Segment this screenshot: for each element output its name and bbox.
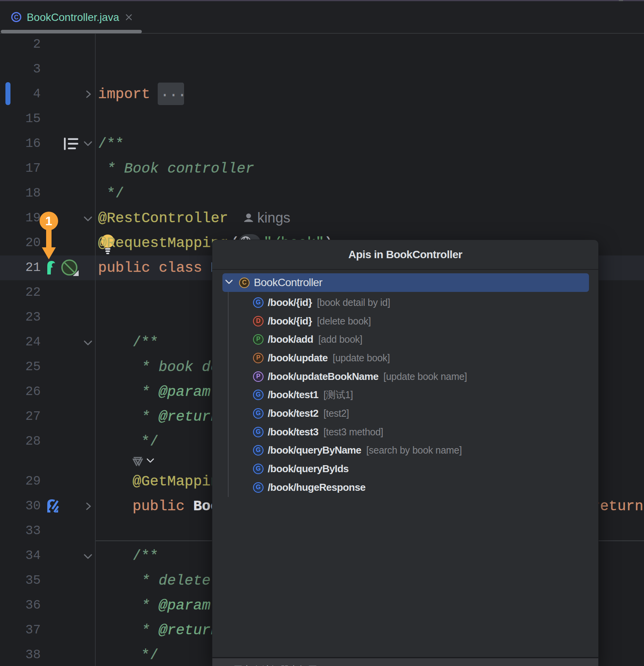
svg-text:C: C <box>14 14 19 21</box>
svg-text:1: 1 <box>45 214 52 228</box>
